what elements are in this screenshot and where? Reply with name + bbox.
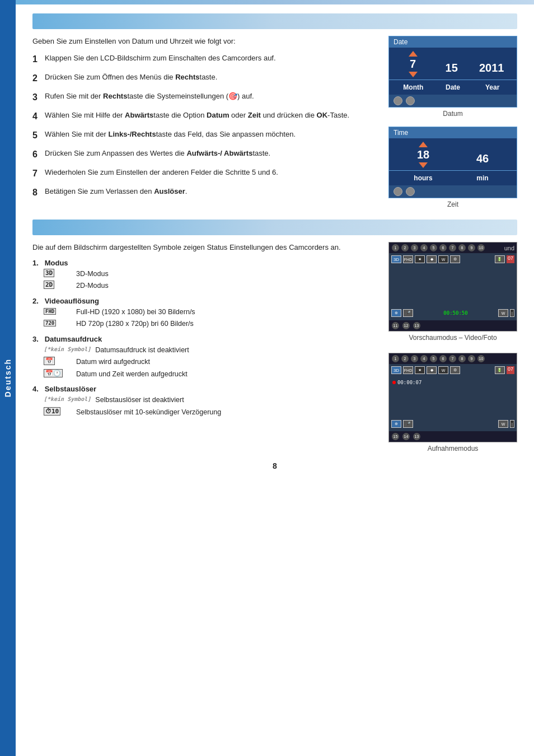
month-col: 7	[402, 51, 424, 77]
rec-extra1: ★	[415, 366, 425, 374]
cat2-item2: 720 HD 720p (1280 x 720p) bri 60 Bilder/…	[32, 319, 377, 329]
step-7: 7 Wiederholen Sie zum Einstellen der and…	[32, 167, 372, 180]
time-caption: Zeit	[388, 200, 517, 208]
step-content-5: Wählen Sie mit der Links-/Rechtstaste da…	[45, 129, 372, 142]
cat3-icon1: [*kein Symbol]	[44, 346, 91, 353]
extra-icon1: ★	[415, 255, 425, 263]
cat2-num: 2. Videoauflösung	[32, 297, 377, 305]
month-up-arrow[interactable]	[409, 51, 418, 57]
cat1-item2: 2D 2D-Modus	[32, 281, 377, 291]
sidebar: Deutsch	[0, 0, 16, 756]
step-3: 3 Rufen Sie mit der Rechtstaste die Syst…	[32, 91, 372, 104]
step-num-8: 8	[32, 186, 45, 199]
year-label: Year	[481, 83, 504, 91]
rec-bottom-row: ⊕ 🎤 W |	[391, 420, 514, 428]
preview-video-caption: Vorschaumodus – Video/Foto	[388, 334, 517, 342]
section1-header	[32, 13, 517, 29]
rec-num-7: 7	[449, 355, 456, 362]
cat2-item1: FHD Full-HD (1920 x 1080) bei 30 Bildern…	[32, 307, 377, 318]
date-ui-body: 7 15 2011	[389, 48, 517, 78]
time-ui-header: Time	[389, 127, 517, 138]
cat3-icon2: 📅	[44, 357, 72, 365]
time-icon-1	[394, 187, 402, 196]
cat-datum: 3. Datumsaufdruck [*kein Symbol] Datumsa…	[32, 335, 377, 380]
cat3-item2: 📅 Datum wird aufgedruckt	[32, 357, 377, 367]
rec-extra3: W	[438, 366, 448, 374]
main-content: Geben Sie zum Einstellen von Datum und U…	[16, 4, 534, 475]
sidebar-label: Deutsch	[3, 358, 12, 397]
rec-top-nums: 1 2 3 4 5 6 7 8 9 10	[389, 353, 517, 364]
rec-timecode: 00:00:07	[397, 380, 421, 385]
screen-left-icons: 3D FHD ★ ◆ W ⚙	[391, 255, 460, 263]
cat4-item2: ⏱10 Selbstauslöser mit 10-sekündiger Ver…	[32, 408, 377, 418]
step-content-3: Rufen Sie mit der Rechtstaste die System…	[45, 91, 372, 104]
cat3-icon3: 📅🕐	[44, 370, 72, 377]
num-9: 9	[468, 244, 475, 251]
cat4-desc1: Selbstauslöser ist deaktiviert	[95, 395, 184, 405]
preview-num-row: 1 2 3 4 5 6 7 8 9 10	[391, 244, 485, 251]
badge-07: 07	[507, 255, 514, 263]
num-6: 6	[439, 244, 447, 251]
rec-num-1: 1	[392, 355, 399, 362]
rec-timecode-area: 00:00:07	[392, 380, 421, 385]
section-datetime: Geben Sie zum Einstellen von Datum und U…	[32, 13, 517, 208]
section2-images: 1 2 3 4 5 6 7 8 9 10 und	[388, 242, 517, 452]
stab-icon: W	[498, 309, 508, 317]
step-content-7: Wiederholen Sie zum Einstellen der ander…	[45, 167, 372, 180]
preview-video-wrapper: 1 2 3 4 5 6 7 8 9 10 und	[388, 242, 517, 342]
month-down-arrow[interactable]	[409, 72, 418, 77]
rec-mic-icon: 🎤	[403, 420, 413, 428]
time-icon-2	[406, 187, 415, 196]
level-icon: |	[510, 309, 514, 317]
num-5: 5	[430, 244, 437, 251]
cat4-icon2: ⏱10	[44, 408, 72, 415]
cat3-desc3: Datum und Zeit werden aufgedruckt	[76, 370, 188, 380]
bottom-right: W |	[498, 309, 514, 317]
num-7: 7	[449, 244, 456, 251]
steps-list: 1 Klappen Sie den LCD-Bildschirm zum Ein…	[32, 53, 372, 199]
preview-bottom-nums: 11 12 13	[389, 320, 517, 331]
step-content-1: Klappen Sie den LCD-Bildschirm zum Einsc…	[45, 53, 372, 66]
date-label: Date	[442, 83, 464, 91]
month-label: Month	[402, 83, 424, 91]
cat3-num: 3. Datumsaufdruck	[32, 335, 377, 343]
section1-images: Date 7 15	[388, 36, 517, 208]
rec-mode-icon: 3D	[391, 366, 401, 374]
num-12: 12	[402, 322, 410, 329]
month-value: 7	[402, 58, 424, 71]
preview-video-screen: 3D FHD ★ ◆ W ⚙ 🔋 07	[389, 253, 517, 320]
rec-num-3: 3	[411, 355, 418, 362]
hours-up-arrow[interactable]	[419, 142, 428, 147]
cat1-icon2: 2D	[44, 281, 72, 288]
page-number: 8	[32, 461, 517, 470]
preview-rec-screen: 3D FHD ★ ◆ W ⚙ 🔋 07	[389, 364, 517, 431]
step-content-4: Wählen Sie mit Hilfe der Abwärtstaste di…	[45, 110, 372, 123]
step-content-6: Drücken Sie zum Anpassen des Wertes die …	[45, 148, 372, 161]
preview-rec-caption: Aufnahmemodus	[388, 445, 517, 452]
date-value: 15	[441, 62, 463, 74]
step-content-2: Drücken Sie zum Öffnen des Menüs die Rec…	[45, 72, 372, 85]
preview-rec-wrapper: 1 2 3 4 5 6 7 8 9 10	[388, 353, 517, 452]
screen-top-icons: 3D FHD ★ ◆ W ⚙ 🔋 07	[391, 255, 514, 263]
section1-body: Geben Sie zum Einstellen von Datum und U…	[32, 36, 517, 208]
time-ui-box: Time 18 46	[388, 127, 517, 198]
section2-instructions: Die auf dem Bildschirm dargestellten Sym…	[32, 242, 377, 452]
hours-down-arrow[interactable]	[419, 162, 428, 168]
date-ui-wrapper: Date 7 15	[388, 36, 517, 118]
time-footer	[389, 185, 517, 198]
rec-num-15: 15	[392, 433, 399, 440]
date-ui-box: Date 7 15	[388, 36, 517, 108]
cat4-num: 4. Selbstauslöser	[32, 385, 377, 393]
rec-bottom-right: W |	[498, 420, 514, 428]
rec-num-14: 14	[402, 433, 410, 440]
zoom-icon: ⊕	[391, 309, 401, 317]
time-divider	[389, 170, 517, 171]
time-ui-body: 18 46	[389, 138, 517, 169]
date-footer	[389, 95, 517, 107]
rec-num-8: 8	[458, 355, 466, 362]
cat-modus: 1. Modus 3D 3D-Modus 2D 2D-Modus	[32, 259, 377, 291]
rec-screen-top: 3D FHD ★ ◆ W ⚙ 🔋 07	[391, 366, 514, 374]
top-bar	[16, 0, 534, 4]
rec-extra4: ⚙	[450, 366, 460, 374]
date-ui-header: Date	[389, 36, 517, 48]
